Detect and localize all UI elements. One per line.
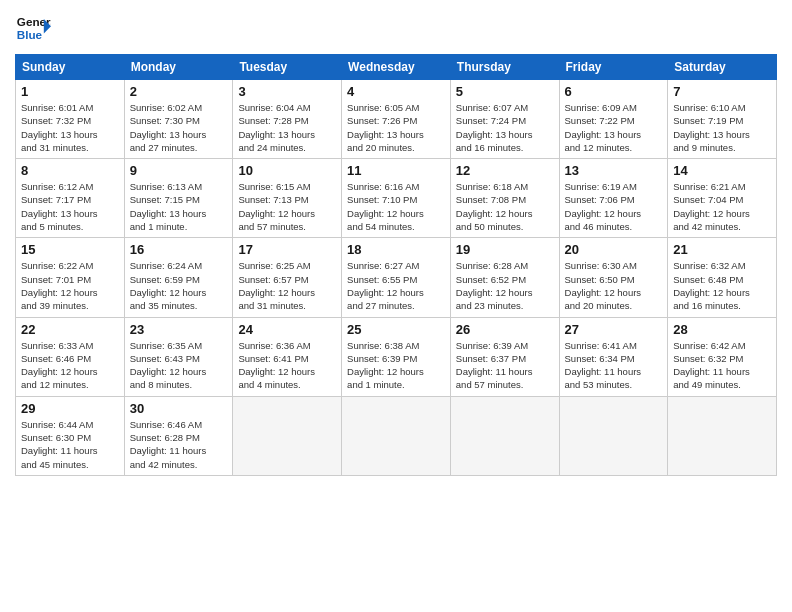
logo: General Blue (15, 10, 51, 46)
calendar-cell: 5Sunrise: 6:07 AM Sunset: 7:24 PM Daylig… (450, 80, 559, 159)
calendar-cell: 30Sunrise: 6:46 AM Sunset: 6:28 PM Dayli… (124, 396, 233, 475)
weekday-header-wednesday: Wednesday (342, 55, 451, 80)
day-info: Sunrise: 6:28 AM Sunset: 6:52 PM Dayligh… (456, 259, 554, 312)
day-number: 3 (238, 84, 336, 99)
calendar-cell: 16Sunrise: 6:24 AM Sunset: 6:59 PM Dayli… (124, 238, 233, 317)
calendar-cell: 8Sunrise: 6:12 AM Sunset: 7:17 PM Daylig… (16, 159, 125, 238)
day-number: 28 (673, 322, 771, 337)
weekday-header-row: SundayMondayTuesdayWednesdayThursdayFrid… (16, 55, 777, 80)
header: General Blue (15, 10, 777, 46)
page: General Blue SundayMondayTuesdayWednesda… (0, 0, 792, 612)
calendar-cell: 20Sunrise: 6:30 AM Sunset: 6:50 PM Dayli… (559, 238, 668, 317)
calendar-cell: 9Sunrise: 6:13 AM Sunset: 7:15 PM Daylig… (124, 159, 233, 238)
day-number: 30 (130, 401, 228, 416)
day-number: 6 (565, 84, 663, 99)
day-number: 26 (456, 322, 554, 337)
day-info: Sunrise: 6:05 AM Sunset: 7:26 PM Dayligh… (347, 101, 445, 154)
calendar-header: SundayMondayTuesdayWednesdayThursdayFrid… (16, 55, 777, 80)
day-number: 19 (456, 242, 554, 257)
day-info: Sunrise: 6:41 AM Sunset: 6:34 PM Dayligh… (565, 339, 663, 392)
day-info: Sunrise: 6:24 AM Sunset: 6:59 PM Dayligh… (130, 259, 228, 312)
general-blue-logo-icon: General Blue (15, 10, 51, 46)
calendar-cell: 6Sunrise: 6:09 AM Sunset: 7:22 PM Daylig… (559, 80, 668, 159)
day-number: 4 (347, 84, 445, 99)
day-number: 7 (673, 84, 771, 99)
day-number: 2 (130, 84, 228, 99)
day-number: 11 (347, 163, 445, 178)
day-number: 17 (238, 242, 336, 257)
day-info: Sunrise: 6:15 AM Sunset: 7:13 PM Dayligh… (238, 180, 336, 233)
day-number: 24 (238, 322, 336, 337)
calendar-table: SundayMondayTuesdayWednesdayThursdayFrid… (15, 54, 777, 476)
day-number: 10 (238, 163, 336, 178)
calendar-cell: 4Sunrise: 6:05 AM Sunset: 7:26 PM Daylig… (342, 80, 451, 159)
calendar-cell: 27Sunrise: 6:41 AM Sunset: 6:34 PM Dayli… (559, 317, 668, 396)
svg-text:Blue: Blue (17, 28, 43, 41)
day-number: 1 (21, 84, 119, 99)
calendar-cell: 13Sunrise: 6:19 AM Sunset: 7:06 PM Dayli… (559, 159, 668, 238)
day-info: Sunrise: 6:25 AM Sunset: 6:57 PM Dayligh… (238, 259, 336, 312)
day-info: Sunrise: 6:30 AM Sunset: 6:50 PM Dayligh… (565, 259, 663, 312)
weekday-header-thursday: Thursday (450, 55, 559, 80)
calendar-cell: 12Sunrise: 6:18 AM Sunset: 7:08 PM Dayli… (450, 159, 559, 238)
calendar-cell: 2Sunrise: 6:02 AM Sunset: 7:30 PM Daylig… (124, 80, 233, 159)
day-info: Sunrise: 6:42 AM Sunset: 6:32 PM Dayligh… (673, 339, 771, 392)
calendar-cell: 21Sunrise: 6:32 AM Sunset: 6:48 PM Dayli… (668, 238, 777, 317)
day-info: Sunrise: 6:36 AM Sunset: 6:41 PM Dayligh… (238, 339, 336, 392)
day-number: 20 (565, 242, 663, 257)
calendar-cell (559, 396, 668, 475)
weekday-header-saturday: Saturday (668, 55, 777, 80)
day-info: Sunrise: 6:10 AM Sunset: 7:19 PM Dayligh… (673, 101, 771, 154)
day-info: Sunrise: 6:46 AM Sunset: 6:28 PM Dayligh… (130, 418, 228, 471)
day-info: Sunrise: 6:12 AM Sunset: 7:17 PM Dayligh… (21, 180, 119, 233)
day-number: 12 (456, 163, 554, 178)
calendar-cell (342, 396, 451, 475)
day-info: Sunrise: 6:21 AM Sunset: 7:04 PM Dayligh… (673, 180, 771, 233)
day-info: Sunrise: 6:13 AM Sunset: 7:15 PM Dayligh… (130, 180, 228, 233)
weekday-header-friday: Friday (559, 55, 668, 80)
calendar-week-2: 8Sunrise: 6:12 AM Sunset: 7:17 PM Daylig… (16, 159, 777, 238)
day-number: 29 (21, 401, 119, 416)
day-number: 18 (347, 242, 445, 257)
calendar-cell: 23Sunrise: 6:35 AM Sunset: 6:43 PM Dayli… (124, 317, 233, 396)
day-number: 22 (21, 322, 119, 337)
calendar-cell (668, 396, 777, 475)
calendar-cell: 15Sunrise: 6:22 AM Sunset: 7:01 PM Dayli… (16, 238, 125, 317)
calendar-cell: 11Sunrise: 6:16 AM Sunset: 7:10 PM Dayli… (342, 159, 451, 238)
day-info: Sunrise: 6:27 AM Sunset: 6:55 PM Dayligh… (347, 259, 445, 312)
day-number: 5 (456, 84, 554, 99)
calendar-cell: 19Sunrise: 6:28 AM Sunset: 6:52 PM Dayli… (450, 238, 559, 317)
day-number: 25 (347, 322, 445, 337)
day-info: Sunrise: 6:02 AM Sunset: 7:30 PM Dayligh… (130, 101, 228, 154)
calendar-week-5: 29Sunrise: 6:44 AM Sunset: 6:30 PM Dayli… (16, 396, 777, 475)
day-number: 27 (565, 322, 663, 337)
calendar-cell (450, 396, 559, 475)
calendar-cell: 29Sunrise: 6:44 AM Sunset: 6:30 PM Dayli… (16, 396, 125, 475)
day-info: Sunrise: 6:32 AM Sunset: 6:48 PM Dayligh… (673, 259, 771, 312)
calendar-week-1: 1Sunrise: 6:01 AM Sunset: 7:32 PM Daylig… (16, 80, 777, 159)
calendar-cell: 1Sunrise: 6:01 AM Sunset: 7:32 PM Daylig… (16, 80, 125, 159)
calendar-cell: 14Sunrise: 6:21 AM Sunset: 7:04 PM Dayli… (668, 159, 777, 238)
day-info: Sunrise: 6:39 AM Sunset: 6:37 PM Dayligh… (456, 339, 554, 392)
day-number: 9 (130, 163, 228, 178)
day-info: Sunrise: 6:07 AM Sunset: 7:24 PM Dayligh… (456, 101, 554, 154)
calendar-week-3: 15Sunrise: 6:22 AM Sunset: 7:01 PM Dayli… (16, 238, 777, 317)
day-number: 14 (673, 163, 771, 178)
day-info: Sunrise: 6:04 AM Sunset: 7:28 PM Dayligh… (238, 101, 336, 154)
day-info: Sunrise: 6:38 AM Sunset: 6:39 PM Dayligh… (347, 339, 445, 392)
calendar-cell: 17Sunrise: 6:25 AM Sunset: 6:57 PM Dayli… (233, 238, 342, 317)
weekday-header-monday: Monday (124, 55, 233, 80)
calendar-cell: 3Sunrise: 6:04 AM Sunset: 7:28 PM Daylig… (233, 80, 342, 159)
day-info: Sunrise: 6:33 AM Sunset: 6:46 PM Dayligh… (21, 339, 119, 392)
day-info: Sunrise: 6:22 AM Sunset: 7:01 PM Dayligh… (21, 259, 119, 312)
calendar-cell: 22Sunrise: 6:33 AM Sunset: 6:46 PM Dayli… (16, 317, 125, 396)
calendar-cell: 26Sunrise: 6:39 AM Sunset: 6:37 PM Dayli… (450, 317, 559, 396)
calendar-week-4: 22Sunrise: 6:33 AM Sunset: 6:46 PM Dayli… (16, 317, 777, 396)
day-number: 16 (130, 242, 228, 257)
calendar-cell: 7Sunrise: 6:10 AM Sunset: 7:19 PM Daylig… (668, 80, 777, 159)
day-info: Sunrise: 6:16 AM Sunset: 7:10 PM Dayligh… (347, 180, 445, 233)
weekday-header-sunday: Sunday (16, 55, 125, 80)
calendar-cell: 24Sunrise: 6:36 AM Sunset: 6:41 PM Dayli… (233, 317, 342, 396)
calendar-body: 1Sunrise: 6:01 AM Sunset: 7:32 PM Daylig… (16, 80, 777, 476)
calendar-cell (233, 396, 342, 475)
